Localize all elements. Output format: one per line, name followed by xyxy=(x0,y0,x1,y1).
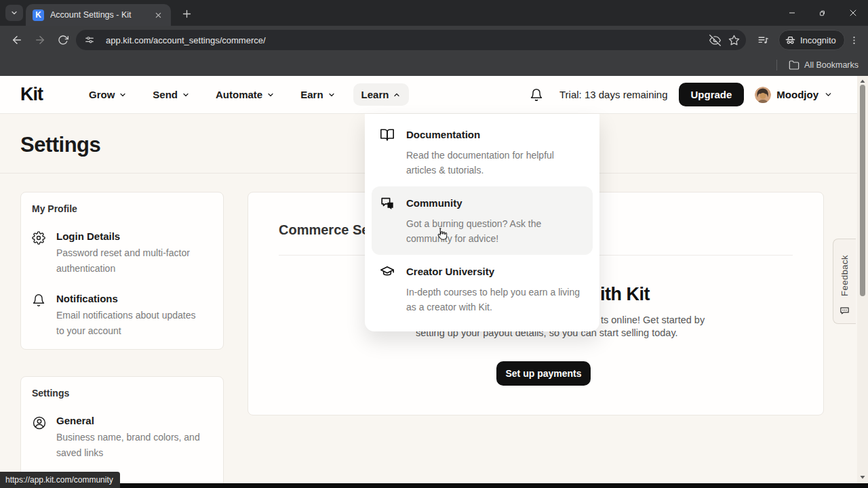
menu-item-learn[interactable]: Learn xyxy=(353,83,410,106)
item-title: Login Details xyxy=(56,230,190,242)
my-profile-card: My Profile Login Details Password reset … xyxy=(20,192,224,350)
incognito-badge: Incognito xyxy=(778,30,845,50)
divider xyxy=(776,60,777,70)
tab-search-button[interactable] xyxy=(5,5,23,21)
browser-window: K Account Settings - Kit xyxy=(0,0,868,488)
item-title: General xyxy=(56,415,200,426)
menu-label: Grow xyxy=(89,89,115,100)
menu-label: Send xyxy=(153,89,178,100)
item-description: In-depth courses to help you earn a livi… xyxy=(406,285,585,314)
menu-item-grow[interactable]: Grow xyxy=(81,83,135,106)
menu-item-automate[interactable]: Automate xyxy=(208,83,283,106)
account-name: Moodjoy xyxy=(776,89,818,100)
chevron-down-icon xyxy=(328,91,336,99)
window-restore-icon[interactable] xyxy=(807,0,837,26)
book-open-icon xyxy=(380,127,395,142)
browser-titlebar: K Account Settings - Kit xyxy=(0,0,868,26)
chevron-down-icon xyxy=(824,90,833,99)
window-close-icon[interactable] xyxy=(837,0,868,26)
dropdown-item-community[interactable]: Community Got a burning question? Ask th… xyxy=(372,186,593,255)
menu-label: Earn xyxy=(300,89,323,100)
chevron-down-icon xyxy=(10,9,18,17)
feedback-bubble-icon xyxy=(839,306,850,317)
item-title: Creator University xyxy=(406,266,494,277)
tab-close-icon[interactable] xyxy=(152,9,164,21)
settings-header: Settings xyxy=(32,388,212,399)
commerce-hero-title-fragment: ith Kit xyxy=(600,284,650,305)
avatar xyxy=(755,87,771,103)
incognito-icon xyxy=(785,35,796,46)
menu-item-earn[interactable]: Earn xyxy=(292,83,343,106)
scroll-down-icon[interactable] xyxy=(859,473,867,481)
bookmarks-bar: All Bookmarks xyxy=(0,54,868,76)
sidebar-item-notifications[interactable]: Notifications Email notifications about … xyxy=(32,293,212,339)
page-title: Settings xyxy=(20,133,100,157)
graduation-cap-icon xyxy=(380,264,395,279)
browser-toolbar: app.kit.com/account_settings/commerce/ I… xyxy=(0,26,868,54)
url-text[interactable]: app.kit.com/account_settings/commerce/ xyxy=(106,35,705,45)
feedback-tab[interactable]: Feedback xyxy=(833,239,856,324)
main-menu: Grow Send Automate Earn Learn xyxy=(81,83,409,106)
reload-icon[interactable] xyxy=(52,28,75,52)
chevron-down-icon xyxy=(267,91,275,99)
gear-icon xyxy=(32,230,56,277)
chevron-up-icon xyxy=(393,91,401,99)
sidebar-item-login-details[interactable]: Login Details Password reset and multi-f… xyxy=(32,230,212,277)
forward-icon[interactable] xyxy=(28,28,52,52)
kit-logo[interactable]: Kit xyxy=(20,84,43,105)
tab-title: Account Settings - Kit xyxy=(50,10,152,20)
kit-webpage: Kit Grow Send Automate Earn xyxy=(0,76,868,483)
trial-status: Trial: 13 days remaining xyxy=(559,89,668,100)
sidebar-item-general[interactable]: General Business name, brand colors, and… xyxy=(32,415,212,461)
kit-favicon: K xyxy=(33,9,44,21)
chevron-down-icon xyxy=(119,91,127,99)
commerce-hero-text-line1: ts online! Get started by xyxy=(601,314,705,325)
incognito-label: Incognito xyxy=(800,35,836,45)
site-info-icon[interactable] xyxy=(80,30,99,49)
account-menu[interactable]: Moodjoy xyxy=(755,87,833,103)
status-bar-link-preview: https://app.kit.com/community xyxy=(0,472,120,488)
page-scrollbar[interactable] xyxy=(857,76,868,483)
menu-label: Automate xyxy=(216,89,262,100)
window-minimize-icon[interactable] xyxy=(776,0,807,26)
item-description: Read the documentation for helpful artic… xyxy=(406,148,585,178)
browser-tab[interactable]: K Account Settings - Kit xyxy=(26,4,171,26)
site-nav: Kit Grow Send Automate Earn xyxy=(0,76,868,114)
item-title: Community xyxy=(406,197,462,209)
eye-off-icon[interactable] xyxy=(705,30,724,49)
menu-dots-icon[interactable] xyxy=(842,28,865,52)
back-icon[interactable] xyxy=(5,28,28,52)
dropdown-item-creator-university[interactable]: Creator University In-depth courses to h… xyxy=(372,255,593,323)
all-bookmarks-button[interactable]: All Bookmarks xyxy=(776,54,859,76)
menu-item-send[interactable]: Send xyxy=(144,83,198,106)
settings-card: Settings General Business name, brand co… xyxy=(20,376,224,483)
feedback-label: Feedback xyxy=(833,247,856,303)
media-controls-icon[interactable] xyxy=(751,28,774,52)
person-circle-icon xyxy=(32,415,56,461)
chat-bubbles-icon xyxy=(380,195,395,211)
menu-label: Learn xyxy=(361,89,389,100)
dropdown-item-documentation[interactable]: Documentation Read the documentation for… xyxy=(372,118,593,186)
item-description: Got a burning question? Ask the communit… xyxy=(406,216,585,246)
item-description: Email notifications about updates to you… xyxy=(56,308,195,339)
new-tab-icon[interactable] xyxy=(178,5,195,22)
item-title: Documentation xyxy=(406,129,480,140)
my-profile-header: My Profile xyxy=(32,203,212,214)
item-title: Notifications xyxy=(56,293,195,304)
set-up-payments-button[interactable]: Set up payments xyxy=(496,361,591,386)
learn-dropdown: Documentation Read the documentation for… xyxy=(365,114,599,331)
all-bookmarks-label: All Bookmarks xyxy=(804,60,859,70)
bookmark-star-icon[interactable] xyxy=(724,30,743,49)
taskbar-edge xyxy=(0,483,868,488)
item-description: Password reset and multi-factor authenti… xyxy=(56,245,190,277)
notifications-bell-icon[interactable] xyxy=(530,88,543,102)
address-bar[interactable]: app.kit.com/account_settings/commerce/ xyxy=(76,30,746,50)
upgrade-button[interactable]: Upgrade xyxy=(679,83,745,106)
chevron-down-icon xyxy=(182,91,190,99)
scrollbar-thumb[interactable] xyxy=(860,85,865,296)
item-description: Business name, brand colors, and saved l… xyxy=(56,430,200,461)
bell-icon xyxy=(32,293,56,339)
bookmarks-folder-icon xyxy=(789,60,800,70)
